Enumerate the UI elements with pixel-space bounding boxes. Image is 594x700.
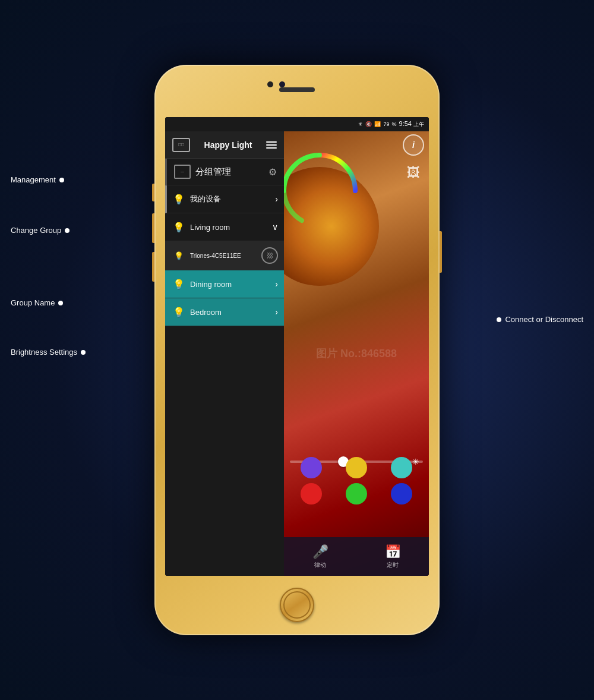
annotation-management-text: Management (11, 175, 56, 184)
menu-item-my-devices[interactable]: 💡 我的设备 › (165, 185, 284, 213)
microphone-icon: 🎤 (312, 544, 328, 560)
annotation-group-name: Group Name (11, 298, 63, 307)
bulb-icon-my-devices: 💡 (171, 191, 187, 207)
annotation-connect-text: Connect or Disconnect (505, 315, 583, 324)
bulb-icon-dining-room: 💡 (171, 276, 187, 292)
app-title: Happy Light (204, 140, 252, 150)
swatch-green[interactable] (346, 483, 367, 504)
right-panel: i 🖼 图片 No.:846588 ✳ (284, 131, 429, 576)
gear-icon[interactable]: ⚙ (268, 166, 277, 178)
phone-camera (267, 81, 273, 87)
bulb-icon-triones: 💡 (171, 248, 187, 263)
app-logo: □□ (172, 138, 190, 152)
annotation-connect: Connect or Disconnect (497, 315, 583, 324)
annotation-connect-dot (497, 317, 501, 322)
annotation-brightness: Brightness Settings (11, 348, 86, 357)
triones-label: Triones-4C5E11EE (190, 253, 261, 259)
menu-icon[interactable] (266, 141, 277, 149)
color-swatches (284, 457, 429, 504)
bluetooth-icon: ✳ (358, 121, 363, 127)
menu-item-dining-room[interactable]: 💡 Dining room › (165, 270, 284, 298)
link-connect-button[interactable]: ⛓ (261, 247, 278, 264)
annotation-management: Management (11, 175, 64, 184)
right-top-icons: i (284, 131, 429, 159)
wifi-icon: 📶 (374, 121, 381, 127)
app-header: □□ Happy Light (165, 131, 284, 159)
battery-icon: % (392, 121, 397, 127)
annotation-brightness-dot (81, 350, 86, 355)
management-section[interactable]: ─ 分组管理 ⚙ (165, 159, 284, 185)
phone-volume-up-button[interactable] (152, 213, 154, 243)
app-container: □□ Happy Light ─ 分组管理 ⚙ (165, 131, 429, 576)
sound-icon: 🔇 (365, 121, 372, 127)
phone-frame: ✳ 🔇 📶 79 % 9:54 上午 □□ Happy L (154, 65, 440, 635)
phone-screen: ✳ 🔇 📶 79 % 9:54 上午 □□ Happy L (165, 117, 429, 576)
swatch-row-1 (289, 457, 424, 478)
phone-sensor (279, 81, 285, 87)
swatch-red[interactable] (301, 483, 322, 504)
timer-label: 定时 (387, 561, 399, 569)
my-devices-arrow: › (275, 194, 278, 204)
bedroom-arrow: › (275, 307, 278, 317)
phone-power-button[interactable] (440, 231, 442, 273)
swatch-cyan[interactable] (391, 457, 412, 478)
time-display: 9:54 上午 (399, 120, 424, 128)
annotation-change-group: Change Group (11, 226, 69, 235)
rhythm-label: 律动 (314, 561, 326, 569)
menu-item-bedroom[interactable]: 💡 Bedroom › (165, 298, 284, 326)
bedroom-label: Bedroom (190, 308, 275, 317)
image-icon-button[interactable]: 🖼 (403, 162, 424, 184)
dining-room-arrow: › (275, 279, 278, 289)
menu-item-triones[interactable]: 💡 Triones-4C5E11EE ⛓ (165, 241, 284, 270)
swatch-row-2 (289, 483, 424, 504)
annotation-brightness-text: Brightness Settings (11, 348, 77, 357)
status-icons: ✳ 🔇 📶 79 % 9:54 上午 (358, 120, 424, 128)
calendar-icon: 📅 (385, 544, 401, 560)
menu-item-living-room[interactable]: 💡 Living room ∨ (165, 213, 284, 241)
phone-volume-mute-button[interactable] (152, 184, 154, 201)
bulb-icon-bedroom: 💡 (171, 304, 187, 320)
living-room-arrow: ∨ (272, 222, 278, 232)
status-bar: ✳ 🔇 📶 79 % 9:54 上午 (165, 117, 429, 131)
home-button[interactable] (280, 588, 314, 622)
info-button[interactable]: i (403, 134, 424, 156)
swatch-purple[interactable] (301, 457, 322, 478)
management-label: 分组管理 (195, 166, 268, 178)
annotation-management-dot (59, 178, 64, 182)
annotation-change-group-text: Change Group (11, 226, 61, 235)
swatch-yellow[interactable] (346, 457, 367, 478)
rhythm-button[interactable]: 🎤 律动 (312, 544, 328, 569)
my-devices-label: 我的设备 (190, 194, 275, 204)
info-icon: i (412, 140, 415, 150)
management-bracket-icon: ─ (174, 165, 191, 179)
phone-speaker (279, 87, 315, 92)
annotation-group-name-text: Group Name (11, 298, 55, 307)
annotation-group-name-dot (58, 301, 63, 305)
panel-empty-area (165, 326, 284, 576)
annotation-change-group-dot (65, 228, 69, 233)
swatch-blue[interactable] (391, 483, 412, 504)
phone-volume-down-button[interactable] (152, 252, 154, 282)
bulb-icon-living-room: 💡 (171, 219, 187, 235)
timer-button[interactable]: 📅 定时 (385, 544, 401, 569)
left-panel: □□ Happy Light ─ 分组管理 ⚙ (165, 131, 284, 576)
battery-level: 79 (383, 121, 389, 127)
bottom-controls: 🎤 律动 📅 定时 (284, 537, 429, 576)
dining-room-label: Dining room (190, 280, 275, 289)
image-icon: 🖼 (407, 165, 420, 181)
living-room-label: Living room (190, 223, 272, 232)
